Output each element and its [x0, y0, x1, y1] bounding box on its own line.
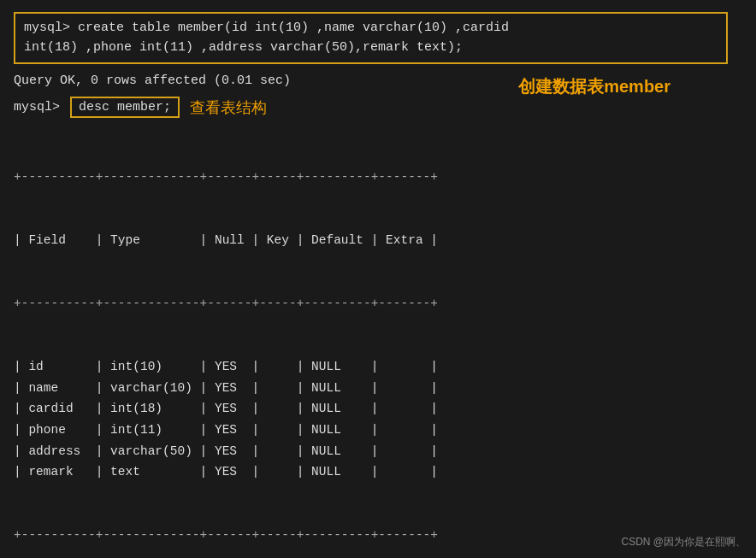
- table-row: | name | varchar(10) | YES | | NULL | |: [14, 378, 742, 399]
- table-row: | cardid | int(18) | YES | | NULL | |: [14, 398, 742, 420]
- table-output: +----------+-------------+------+-----+-…: [14, 125, 742, 558]
- annotation-desc: 查看表结构: [190, 97, 267, 118]
- separator-top: +----------+-------------+------+-----+-…: [14, 167, 742, 188]
- table-rows-container: | id | int(10) | YES | | NULL | || name …: [14, 356, 742, 483]
- create-line-2: int(18) ,phone int(11) ,address varchar(…: [24, 38, 718, 58]
- table-row: | remark | text | YES | | NULL | |: [14, 461, 742, 483]
- create-line-1: mysql> create table member(id int(10) ,n…: [24, 19, 718, 38]
- desc-line: mysql> desc member; 查看表结构: [14, 97, 742, 118]
- separator-header: +----------+-------------+------+-----+-…: [14, 293, 742, 314]
- watermark: CSDN @因为你是在熙啊、: [621, 535, 746, 549]
- table-row: | id | int(10) | YES | | NULL | |: [14, 356, 742, 378]
- table-row: | phone | int(11) | YES | | NULL | |: [14, 420, 742, 441]
- table-row: | address | varchar(50) | YES | | NULL |…: [14, 441, 742, 462]
- terminal: mysql> create table member(id int(10) ,n…: [0, 0, 756, 558]
- table-header: | Field | Type | Null | Key | Default | …: [14, 230, 742, 251]
- desc-prompt: mysql>: [14, 100, 60, 115]
- create-command-block: mysql> create table member(id int(10) ,n…: [14, 12, 728, 64]
- annotation-create: 创建数据表member: [518, 75, 670, 98]
- desc-command: desc member;: [70, 97, 180, 118]
